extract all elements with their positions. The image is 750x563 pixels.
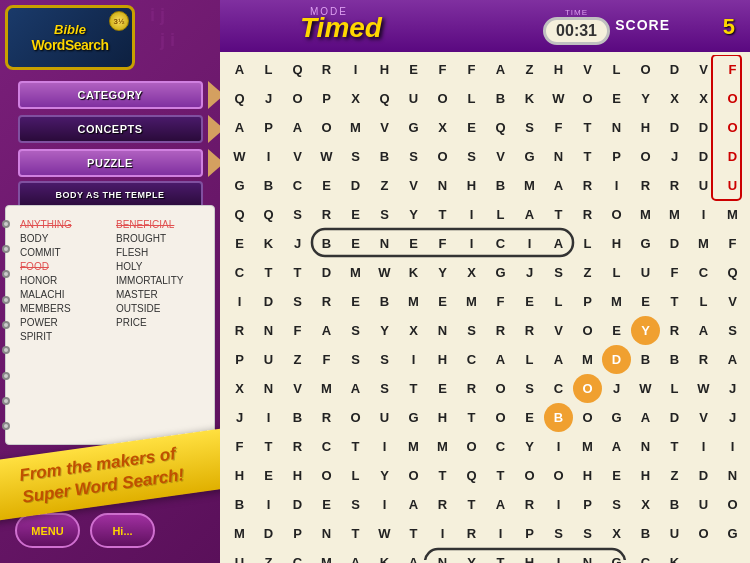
grid-cell: J: [660, 142, 689, 171]
word-item: COMMIT: [18, 246, 110, 259]
grid-cell: B: [254, 171, 283, 200]
bg-decoration: i j: [150, 5, 165, 26]
grid-cell: L: [544, 287, 573, 316]
grid-cell: A: [486, 345, 515, 374]
grid-cell: F: [457, 55, 486, 84]
grid-cell: E: [399, 229, 428, 258]
logo-bible-text: Bible: [54, 22, 86, 37]
grid-cell: O: [631, 142, 660, 171]
timer-display: 00:31: [543, 17, 610, 45]
grid-cell: M: [718, 200, 747, 229]
grid-cell: B: [370, 287, 399, 316]
grid-cell: X: [399, 316, 428, 345]
grid-cell: T: [573, 113, 602, 142]
grid-cell: D: [689, 461, 718, 490]
grid-cell: [718, 548, 747, 563]
grid-cell: A: [341, 548, 370, 563]
grid-cell: F: [428, 229, 457, 258]
grid-cell: E: [515, 403, 544, 432]
grid-cell: A: [399, 490, 428, 519]
grid-cell: B: [660, 490, 689, 519]
grid-cell: O: [486, 374, 515, 403]
grid-cell: D: [283, 490, 312, 519]
grid-cell: B: [486, 84, 515, 113]
spiral-ring: [2, 372, 10, 380]
grid-cell: E: [312, 490, 341, 519]
grid-cell: [689, 548, 718, 563]
grid-cell: O: [718, 84, 747, 113]
spiral-ring: [2, 270, 10, 278]
grid-cell: Z: [660, 461, 689, 490]
grid-cell: S: [457, 142, 486, 171]
grid-cell: N: [631, 432, 660, 461]
grid-cell: N: [718, 461, 747, 490]
grid-cell: B: [283, 403, 312, 432]
grid-row: MDPNTWTIRIPSSXBUOG: [225, 519, 747, 548]
grid-cell: N: [428, 171, 457, 200]
grid-cell: D: [689, 113, 718, 142]
grid-cell: M: [399, 287, 428, 316]
grid-cell: V: [486, 142, 515, 171]
grid-cell: W: [631, 374, 660, 403]
grid-cell: A: [515, 200, 544, 229]
grid-cell: S: [457, 316, 486, 345]
menu-button[interactable]: MENU: [15, 513, 80, 548]
grid-cell: I: [718, 432, 747, 461]
grid-cell: B: [225, 490, 254, 519]
word-item: HOLY: [114, 260, 206, 273]
banner-text: From the makers of Super Word Search!: [18, 436, 220, 509]
grid-cell: E: [602, 316, 631, 345]
grid-cell: Q: [254, 200, 283, 229]
grid-cell: I: [254, 403, 283, 432]
grid-cell: I: [544, 548, 573, 563]
grid-cell: X: [457, 258, 486, 287]
grid-cell: S: [341, 345, 370, 374]
grid-cell: I: [370, 490, 399, 519]
grid-cell: C: [486, 432, 515, 461]
grid-cell: W: [370, 519, 399, 548]
grid-cell: R: [283, 432, 312, 461]
grid-cell: J: [225, 403, 254, 432]
game-panel: MODE Timed TIME 00:31 SCORE 5 ALQRIHEFFA…: [220, 0, 750, 563]
category-button[interactable]: CATEGORY: [10, 78, 210, 112]
grid-cell: W: [312, 142, 341, 171]
grid-cell: V: [718, 287, 747, 316]
grid-cell: E: [631, 287, 660, 316]
grid-cell: E: [225, 229, 254, 258]
grid-cell: R: [312, 287, 341, 316]
concepts-button[interactable]: CONCEPTS: [10, 112, 210, 146]
grid-cell: E: [312, 171, 341, 200]
grid-cell: H: [225, 461, 254, 490]
grid-cell: F: [428, 55, 457, 84]
grid-cell: O: [573, 84, 602, 113]
logo-badge: 3½: [109, 11, 129, 31]
grid-cell: L: [602, 55, 631, 84]
grid-cell: R: [457, 374, 486, 403]
grid-cell: W: [689, 374, 718, 403]
grid-cell: X: [660, 84, 689, 113]
grid-cell: M: [602, 287, 631, 316]
grid-cell: I: [544, 432, 573, 461]
grid-cell: L: [689, 287, 718, 316]
grid-cell: Y: [370, 316, 399, 345]
grid-cell: J: [718, 403, 747, 432]
grid-cell: R: [689, 345, 718, 374]
grid-cell: S: [341, 316, 370, 345]
grid-cell: N: [370, 229, 399, 258]
grid-cell: I: [602, 171, 631, 200]
grid-cell: U: [370, 403, 399, 432]
grid-cell: L: [254, 55, 283, 84]
grid-cell: U: [254, 345, 283, 374]
grid-cell: I: [225, 287, 254, 316]
puzzle-button[interactable]: PUZZLE: [10, 146, 210, 180]
grid-cell: M: [573, 432, 602, 461]
grid-cell: A: [718, 345, 747, 374]
grid-cell: I: [254, 490, 283, 519]
grid-cell: E: [399, 55, 428, 84]
grid-cell: V: [689, 403, 718, 432]
hint-button[interactable]: Hi...: [90, 513, 155, 548]
word-item: BODY: [18, 232, 110, 245]
grid-cell: Q: [225, 200, 254, 229]
grid-cell: U: [689, 171, 718, 200]
grid-row: QJOPXQUOLBKWOEYXXO: [225, 84, 747, 113]
